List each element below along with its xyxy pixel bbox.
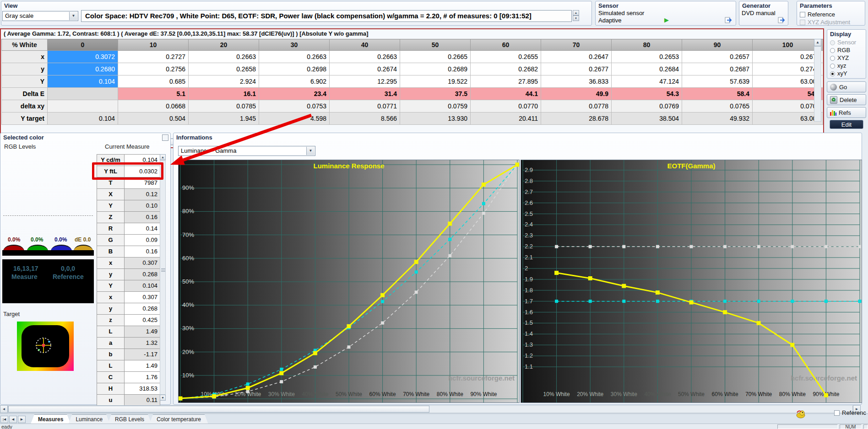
play-icon[interactable]: ▶ xyxy=(664,16,669,23)
column-header[interactable]: 80 xyxy=(612,39,682,51)
measure-row[interactable]: B0.16 xyxy=(97,246,160,257)
table-cell[interactable]: 49.9 xyxy=(541,88,612,100)
radio-icon[interactable] xyxy=(830,56,835,61)
table-cell[interactable]: 23.4 xyxy=(259,88,330,100)
measure-row[interactable]: y0.268 xyxy=(97,303,160,315)
panel-pin-box[interactable] xyxy=(162,134,168,141)
display-option-rgb[interactable]: RGB xyxy=(830,46,850,54)
table-cell[interactable]: 0.2682 xyxy=(471,63,541,75)
table-cell[interactable]: 63.001 xyxy=(753,113,823,125)
measure-row[interactable]: b-1.17 xyxy=(97,349,160,360)
table-cell[interactable]: 49.932 xyxy=(682,113,753,125)
table-cell[interactable]: 0.2663 xyxy=(330,51,400,63)
checkbox-icon[interactable] xyxy=(800,12,805,17)
table-cell[interactable]: 0.0765 xyxy=(682,100,753,113)
table-cell[interactable]: 0.2687 xyxy=(682,63,753,75)
table-cell[interactable]: 20.411 xyxy=(471,113,541,125)
info-spinner[interactable]: ▲ ▼ xyxy=(573,10,579,21)
measure-row[interactable]: z0.425 xyxy=(97,315,160,326)
table-cell[interactable]: 0.2698 xyxy=(259,63,330,75)
table-cell[interactable]: 0.2680 xyxy=(48,63,118,75)
table-cell[interactable]: 4.598 xyxy=(259,113,330,125)
table-cell[interactable]: 5.1 xyxy=(118,88,189,100)
table-cell[interactable]: 19.522 xyxy=(400,75,471,88)
view-mode-select[interactable]: Gray scale ▼ xyxy=(2,11,78,21)
bottom-hscroll-thumb[interactable] xyxy=(8,406,429,413)
tab-scroll-right-icon[interactable]: ▶ xyxy=(18,416,26,423)
tab-scroll-first-icon[interactable]: |◀ xyxy=(0,416,8,423)
table-cell[interactable]: 0.504 xyxy=(118,113,189,125)
table-cell[interactable]: 0.0778 xyxy=(541,100,612,113)
table-cell[interactable]: 47.124 xyxy=(612,75,682,88)
display-option-xyz-small[interactable]: xyz xyxy=(830,61,846,70)
column-header[interactable]: 60 xyxy=(471,39,541,51)
bottom-hscrollbar[interactable] xyxy=(8,405,853,413)
tab-color-temperature[interactable]: Color temperature xyxy=(149,414,208,424)
table-vscrollbar[interactable] xyxy=(814,46,821,122)
reference-checkbox[interactable]: Reference xyxy=(800,10,835,18)
chevron-down-icon[interactable]: ▼ xyxy=(306,147,315,155)
table-cell[interactable]: 0.0771 xyxy=(330,100,400,113)
table-cell[interactable]: 0.2756 xyxy=(118,63,189,75)
table-cell[interactable]: 0.0770 xyxy=(471,100,541,113)
table-cell[interactable]: 0.0759 xyxy=(400,100,471,113)
table-cell[interactable]: 54.9 xyxy=(753,88,823,100)
table-cell[interactable] xyxy=(48,100,118,113)
table-cell[interactable]: 31.4 xyxy=(330,88,400,100)
column-header[interactable]: 90 xyxy=(682,39,753,51)
table-scroll-up-icon[interactable]: ▲ xyxy=(814,39,821,46)
measure-row[interactable]: y0.268 xyxy=(97,269,160,280)
table-cell[interactable]: 13.930 xyxy=(400,113,471,125)
table-cell[interactable]: 0.2663 xyxy=(259,51,330,63)
table-cell[interactable]: 0.2727 xyxy=(118,51,189,63)
table-cell[interactable]: 0.104 xyxy=(48,113,118,125)
graph-type-select[interactable]: Luminance - Gamma ▼ xyxy=(178,146,315,156)
table-cell[interactable]: 0.2647 xyxy=(541,51,612,63)
table-cell[interactable]: 0.104 xyxy=(48,75,118,88)
table-cell[interactable]: 0.0708 xyxy=(753,100,823,113)
radio-icon[interactable] xyxy=(830,64,835,69)
table-cell[interactable]: 54.3 xyxy=(612,88,682,100)
table-cell[interactable]: 36.833 xyxy=(541,75,612,88)
tab-luminance[interactable]: Luminance xyxy=(68,414,110,424)
edit-button[interactable]: Edit xyxy=(830,120,863,129)
tab-measures[interactable]: Measures xyxy=(31,414,71,424)
table-cell[interactable] xyxy=(48,88,118,100)
table-cell[interactable]: 0.685 xyxy=(118,75,189,88)
table-cell[interactable]: 8.566 xyxy=(330,113,400,125)
measure-row[interactable]: R0.14 xyxy=(97,223,160,235)
column-header[interactable]: 40 xyxy=(330,39,400,51)
column-header[interactable]: 70 xyxy=(541,39,612,51)
cm-scroll-up-icon[interactable]: ▲ xyxy=(160,154,166,160)
table-cell[interactable]: 0.2749 xyxy=(753,63,823,75)
tab-scroll-left-icon[interactable]: ◀ xyxy=(9,416,17,423)
table-cell[interactable]: 2.924 xyxy=(189,75,259,88)
refs-button[interactable]: Refs xyxy=(827,107,866,118)
table-cell[interactable]: 0.2684 xyxy=(612,63,682,75)
measure-row[interactable]: Y0.104 xyxy=(97,280,160,292)
table-cell[interactable]: 0.2665 xyxy=(400,51,471,63)
table-cell[interactable]: 6.902 xyxy=(259,75,330,88)
measure-row[interactable]: Z0.16 xyxy=(97,212,160,223)
table-cell[interactable]: 44.1 xyxy=(471,88,541,100)
column-header[interactable]: 10 xyxy=(118,39,189,51)
measure-row[interactable]: H318.53 xyxy=(97,383,160,395)
table-cell[interactable]: 12.295 xyxy=(330,75,400,88)
table-cell[interactable]: 0.2663 xyxy=(189,51,259,63)
measure-row[interactable]: X0.12 xyxy=(97,189,160,200)
measure-row[interactable]: L1.49 xyxy=(97,326,160,338)
table-cell[interactable]: 0.0668 xyxy=(118,100,189,113)
table-cell[interactable]: 0.2670 xyxy=(753,51,823,63)
display-option-xyy[interactable]: xyY xyxy=(830,69,847,77)
table-cell[interactable]: 0.0753 xyxy=(259,100,330,113)
column-header[interactable]: 20 xyxy=(189,39,259,51)
checkbox-icon[interactable] xyxy=(834,410,840,416)
table-cell[interactable]: 0.2653 xyxy=(612,51,682,63)
table-cell[interactable]: 0.2657 xyxy=(682,51,753,63)
table-cell[interactable]: 28.678 xyxy=(541,113,612,125)
chevron-down-icon[interactable]: ▼ xyxy=(69,12,77,20)
column-header[interactable]: 100 xyxy=(753,39,823,51)
measure-row[interactable]: u0.11 xyxy=(97,395,160,406)
table-cell[interactable]: 0.2689 xyxy=(400,63,471,75)
spin-down-icon[interactable]: ▼ xyxy=(573,16,579,21)
